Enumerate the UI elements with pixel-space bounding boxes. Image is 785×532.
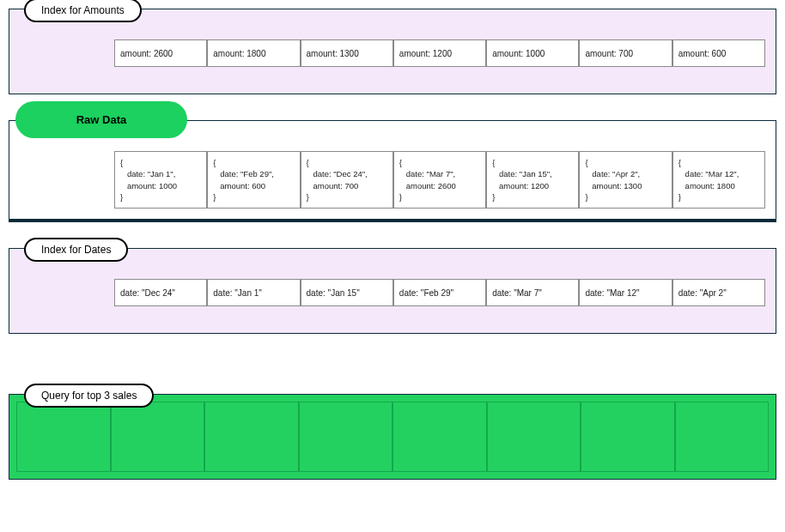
amount-cell: amount: 600 (672, 39, 765, 67)
raw-data-cells: { date: "Jan 1", amount: 1000 } { date: … (114, 151, 765, 209)
date-cell: date: "Apr 2" (672, 279, 765, 306)
date-cell: date: "Dec 24" (114, 279, 207, 306)
query-cell (299, 402, 393, 472)
index-dates-label: Index for Dates (24, 238, 128, 262)
record-cell: { date: "Mar 7", amount: 2600 } (393, 151, 486, 209)
query-label: Query for top 3 sales (24, 384, 154, 408)
index-amounts-cells: amount: 2600 amount: 1800 amount: 1300 a… (114, 39, 765, 67)
record-cell: { date: "Jan 15", amount: 1200 } (486, 151, 579, 209)
record-cell: { date: "Apr 2", amount: 1300 } (579, 151, 672, 209)
index-dates-body: date: "Dec 24" date: "Jan 1" date: "Jan … (9, 248, 776, 334)
date-cell: date: "Jan 15" (301, 279, 393, 306)
query-panel: Query for top 3 sales (9, 394, 776, 480)
amount-cell: amount: 1300 (301, 39, 393, 67)
query-cell (392, 402, 487, 472)
date-cell: date: "Feb 29" (393, 279, 486, 306)
record-cell: { date: "Feb 29", amount: 600 } (207, 151, 300, 209)
record-cell: { date: "Jan 1", amount: 1000 } (114, 151, 207, 209)
date-cell: date: "Jan 1" (207, 279, 300, 306)
date-cell: date: "Mar 12" (579, 279, 672, 306)
query-cell (204, 402, 299, 472)
index-amounts-label: Index for Amounts (24, 0, 142, 22)
raw-data-panel: Raw Data { date: "Jan 1", amount: 1000 }… (9, 120, 776, 222)
date-cell: date: "Mar 7" (486, 279, 579, 306)
query-cell (111, 402, 205, 472)
query-cell (581, 402, 675, 472)
query-cell (16, 402, 111, 472)
record-cell: { date: "Mar 12", amount: 1800 } (672, 151, 765, 209)
raw-data-label: Raw Data (15, 101, 187, 138)
amount-cell: amount: 2600 (114, 39, 207, 67)
amount-cell: amount: 700 (579, 39, 672, 67)
amount-cell: amount: 1000 (486, 39, 579, 67)
amount-cell: amount: 1200 (393, 39, 486, 67)
query-cells (16, 402, 769, 472)
index-dates-panel: Index for Dates date: "Dec 24" date: "Ja… (9, 248, 776, 334)
record-cell: { date: "Dec 24", amount: 700 } (301, 151, 393, 209)
index-dates-cells: date: "Dec 24" date: "Jan 1" date: "Jan … (114, 279, 765, 306)
query-cell (487, 402, 581, 472)
index-amounts-panel: Index for Amounts amount: 2600 amount: 1… (9, 9, 776, 94)
query-cell (675, 402, 770, 472)
amount-cell: amount: 1800 (207, 39, 300, 67)
